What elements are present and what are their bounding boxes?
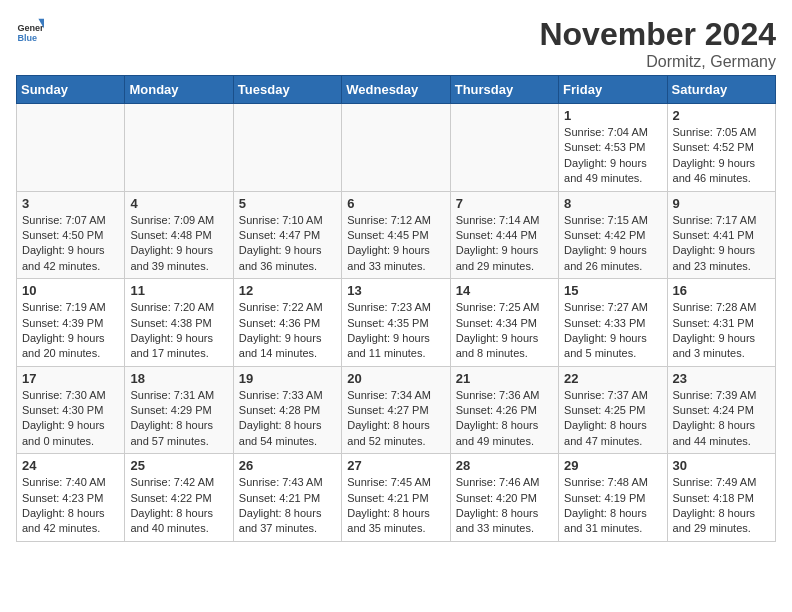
weekday-header-sunday: Sunday — [17, 76, 125, 104]
calendar-cell: 14Sunrise: 7:25 AMSunset: 4:34 PMDayligh… — [450, 279, 558, 367]
day-number: 19 — [239, 371, 336, 386]
day-info: Sunrise: 7:09 AMSunset: 4:48 PMDaylight:… — [130, 213, 227, 275]
day-number: 21 — [456, 371, 553, 386]
calendar-cell — [450, 104, 558, 192]
calendar-cell: 2Sunrise: 7:05 AMSunset: 4:52 PMDaylight… — [667, 104, 775, 192]
logo: General Blue — [16, 16, 44, 44]
day-info: Sunrise: 7:33 AMSunset: 4:28 PMDaylight:… — [239, 388, 336, 450]
day-number: 18 — [130, 371, 227, 386]
calendar-cell: 20Sunrise: 7:34 AMSunset: 4:27 PMDayligh… — [342, 366, 450, 454]
calendar-cell: 26Sunrise: 7:43 AMSunset: 4:21 PMDayligh… — [233, 454, 341, 542]
weekday-header-friday: Friday — [559, 76, 667, 104]
day-info: Sunrise: 7:04 AMSunset: 4:53 PMDaylight:… — [564, 125, 661, 187]
day-number: 17 — [22, 371, 119, 386]
day-number: 25 — [130, 458, 227, 473]
day-number: 7 — [456, 196, 553, 211]
calendar-cell — [17, 104, 125, 192]
day-info: Sunrise: 7:25 AMSunset: 4:34 PMDaylight:… — [456, 300, 553, 362]
day-number: 12 — [239, 283, 336, 298]
calendar-cell: 18Sunrise: 7:31 AMSunset: 4:29 PMDayligh… — [125, 366, 233, 454]
day-info: Sunrise: 7:15 AMSunset: 4:42 PMDaylight:… — [564, 213, 661, 275]
month-title: November 2024 — [539, 16, 776, 53]
weekday-header-monday: Monday — [125, 76, 233, 104]
week-row-2: 3Sunrise: 7:07 AMSunset: 4:50 PMDaylight… — [17, 191, 776, 279]
calendar-cell: 15Sunrise: 7:27 AMSunset: 4:33 PMDayligh… — [559, 279, 667, 367]
weekday-header-tuesday: Tuesday — [233, 76, 341, 104]
calendar-cell: 30Sunrise: 7:49 AMSunset: 4:18 PMDayligh… — [667, 454, 775, 542]
day-info: Sunrise: 7:12 AMSunset: 4:45 PMDaylight:… — [347, 213, 444, 275]
header: General Blue November 2024 Dormitz, Germ… — [16, 16, 776, 71]
calendar-cell: 17Sunrise: 7:30 AMSunset: 4:30 PMDayligh… — [17, 366, 125, 454]
week-row-5: 24Sunrise: 7:40 AMSunset: 4:23 PMDayligh… — [17, 454, 776, 542]
day-info: Sunrise: 7:07 AMSunset: 4:50 PMDaylight:… — [22, 213, 119, 275]
day-info: Sunrise: 7:19 AMSunset: 4:39 PMDaylight:… — [22, 300, 119, 362]
day-number: 6 — [347, 196, 444, 211]
day-info: Sunrise: 7:40 AMSunset: 4:23 PMDaylight:… — [22, 475, 119, 537]
calendar-cell: 21Sunrise: 7:36 AMSunset: 4:26 PMDayligh… — [450, 366, 558, 454]
day-number: 4 — [130, 196, 227, 211]
day-number: 2 — [673, 108, 770, 123]
day-info: Sunrise: 7:14 AMSunset: 4:44 PMDaylight:… — [456, 213, 553, 275]
calendar-cell: 23Sunrise: 7:39 AMSunset: 4:24 PMDayligh… — [667, 366, 775, 454]
day-number: 9 — [673, 196, 770, 211]
day-info: Sunrise: 7:23 AMSunset: 4:35 PMDaylight:… — [347, 300, 444, 362]
calendar-cell: 16Sunrise: 7:28 AMSunset: 4:31 PMDayligh… — [667, 279, 775, 367]
day-number: 10 — [22, 283, 119, 298]
calendar-cell — [125, 104, 233, 192]
logo-icon: General Blue — [16, 16, 44, 44]
day-info: Sunrise: 7:49 AMSunset: 4:18 PMDaylight:… — [673, 475, 770, 537]
day-info: Sunrise: 7:39 AMSunset: 4:24 PMDaylight:… — [673, 388, 770, 450]
weekday-header-saturday: Saturday — [667, 76, 775, 104]
weekday-header-thursday: Thursday — [450, 76, 558, 104]
calendar-cell: 22Sunrise: 7:37 AMSunset: 4:25 PMDayligh… — [559, 366, 667, 454]
day-info: Sunrise: 7:37 AMSunset: 4:25 PMDaylight:… — [564, 388, 661, 450]
calendar-cell: 10Sunrise: 7:19 AMSunset: 4:39 PMDayligh… — [17, 279, 125, 367]
title-area: November 2024 Dormitz, Germany — [539, 16, 776, 71]
day-number: 30 — [673, 458, 770, 473]
week-row-4: 17Sunrise: 7:30 AMSunset: 4:30 PMDayligh… — [17, 366, 776, 454]
day-info: Sunrise: 7:34 AMSunset: 4:27 PMDaylight:… — [347, 388, 444, 450]
day-number: 11 — [130, 283, 227, 298]
day-number: 24 — [22, 458, 119, 473]
calendar-cell: 25Sunrise: 7:42 AMSunset: 4:22 PMDayligh… — [125, 454, 233, 542]
day-number: 20 — [347, 371, 444, 386]
calendar-cell: 28Sunrise: 7:46 AMSunset: 4:20 PMDayligh… — [450, 454, 558, 542]
day-info: Sunrise: 7:27 AMSunset: 4:33 PMDaylight:… — [564, 300, 661, 362]
day-number: 27 — [347, 458, 444, 473]
weekday-header-wednesday: Wednesday — [342, 76, 450, 104]
week-row-3: 10Sunrise: 7:19 AMSunset: 4:39 PMDayligh… — [17, 279, 776, 367]
day-info: Sunrise: 7:05 AMSunset: 4:52 PMDaylight:… — [673, 125, 770, 187]
week-row-1: 1Sunrise: 7:04 AMSunset: 4:53 PMDaylight… — [17, 104, 776, 192]
calendar-cell — [342, 104, 450, 192]
day-info: Sunrise: 7:48 AMSunset: 4:19 PMDaylight:… — [564, 475, 661, 537]
calendar-cell: 27Sunrise: 7:45 AMSunset: 4:21 PMDayligh… — [342, 454, 450, 542]
day-number: 26 — [239, 458, 336, 473]
day-number: 14 — [456, 283, 553, 298]
calendar-cell: 29Sunrise: 7:48 AMSunset: 4:19 PMDayligh… — [559, 454, 667, 542]
day-info: Sunrise: 7:17 AMSunset: 4:41 PMDaylight:… — [673, 213, 770, 275]
day-info: Sunrise: 7:20 AMSunset: 4:38 PMDaylight:… — [130, 300, 227, 362]
calendar-cell: 11Sunrise: 7:20 AMSunset: 4:38 PMDayligh… — [125, 279, 233, 367]
calendar-cell: 7Sunrise: 7:14 AMSunset: 4:44 PMDaylight… — [450, 191, 558, 279]
day-number: 28 — [456, 458, 553, 473]
calendar-cell: 19Sunrise: 7:33 AMSunset: 4:28 PMDayligh… — [233, 366, 341, 454]
calendar: SundayMondayTuesdayWednesdayThursdayFrid… — [16, 75, 776, 542]
day-number: 8 — [564, 196, 661, 211]
day-info: Sunrise: 7:43 AMSunset: 4:21 PMDaylight:… — [239, 475, 336, 537]
day-number: 16 — [673, 283, 770, 298]
day-number: 5 — [239, 196, 336, 211]
day-info: Sunrise: 7:22 AMSunset: 4:36 PMDaylight:… — [239, 300, 336, 362]
day-number: 29 — [564, 458, 661, 473]
calendar-cell: 8Sunrise: 7:15 AMSunset: 4:42 PMDaylight… — [559, 191, 667, 279]
day-number: 1 — [564, 108, 661, 123]
day-info: Sunrise: 7:30 AMSunset: 4:30 PMDaylight:… — [22, 388, 119, 450]
calendar-cell — [233, 104, 341, 192]
day-info: Sunrise: 7:10 AMSunset: 4:47 PMDaylight:… — [239, 213, 336, 275]
day-info: Sunrise: 7:31 AMSunset: 4:29 PMDaylight:… — [130, 388, 227, 450]
day-info: Sunrise: 7:46 AMSunset: 4:20 PMDaylight:… — [456, 475, 553, 537]
svg-text:Blue: Blue — [17, 33, 37, 43]
day-info: Sunrise: 7:28 AMSunset: 4:31 PMDaylight:… — [673, 300, 770, 362]
calendar-cell: 6Sunrise: 7:12 AMSunset: 4:45 PMDaylight… — [342, 191, 450, 279]
calendar-cell: 5Sunrise: 7:10 AMSunset: 4:47 PMDaylight… — [233, 191, 341, 279]
day-number: 23 — [673, 371, 770, 386]
